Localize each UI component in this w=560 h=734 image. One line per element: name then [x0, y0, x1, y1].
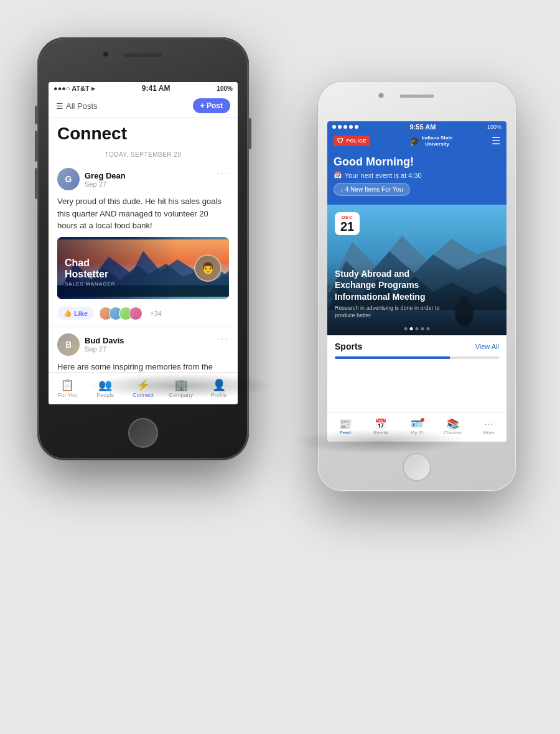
more-dots-bud[interactable]: ··· [217, 333, 229, 345]
sports-progress-bar [335, 356, 499, 359]
post-card-greg: G Greg Dean Sep 27 ··· Very proud of thi… [49, 162, 238, 327]
tab-more[interactable]: ··· More [470, 419, 506, 435]
police-label: POLICE [347, 138, 367, 144]
power-button-left[interactable] [249, 118, 251, 149]
post-author-greg: G Greg Dean Sep 27 [57, 168, 126, 190]
liker-avatar-4 [129, 307, 142, 320]
chad-card[interactable]: ChadHostetter SALES MANAGER 👨 [57, 237, 229, 299]
post-button[interactable]: + Post [193, 98, 230, 113]
new-items-button[interactable]: ↓ 4 New Items For You [334, 183, 410, 196]
isu-text-line2: University [422, 141, 453, 147]
event-day: 21 [335, 220, 360, 233]
police-badge: 🛡 POLICE [334, 136, 370, 146]
chad-background: ChadHostetter SALES MANAGER 👨 [57, 237, 229, 299]
author-date-greg: Sep 27 [85, 180, 126, 188]
camera-right [378, 93, 384, 98]
author-date-bud: Sep 27 [85, 345, 124, 353]
more-dots-greg[interactable]: ··· [217, 168, 229, 179]
next-event-text: 📅 Your next event is at 4:30 [334, 171, 500, 179]
carousel-dot-4 [421, 327, 424, 330]
mute-button-left[interactable] [35, 106, 37, 124]
like-bar: 👍 Like +34 [57, 304, 229, 320]
police-bar: 🛡 POLICE 🎓 Indiana State University ☰ [327, 132, 506, 151]
date-divider: TODAY, SEPTEMBER 28 [49, 147, 238, 162]
connect-title: Connect [49, 118, 238, 147]
dot3 [343, 125, 347, 129]
screen-right: 9:55 AM 100% 🛡 POLICE 🎓 Indiana State [327, 121, 506, 442]
event-date-badge: DEC 21 [335, 212, 360, 235]
chad-avatar: 👨 [194, 254, 222, 282]
classes-icon: 📚 [447, 419, 459, 429]
phone-left: ●●●○ AT&T ▸ 9:41 AM 100% ☰ All Posts + P… [37, 37, 249, 460]
sports-title: Sports [335, 341, 362, 351]
hero-content: Study Abroad and Exchange Programs Infor… [335, 268, 450, 319]
post-text-greg: Very proud of this dude. He hit his sale… [57, 195, 229, 232]
screen-left: ●●●○ AT&T ▸ 9:41 AM 100% ☰ All Posts + P… [49, 82, 238, 404]
dot1 [332, 125, 336, 129]
event-title: Study Abroad and Exchange Programs Infor… [335, 268, 450, 302]
chad-text: ChadHostetter SALES MANAGER [65, 258, 115, 286]
feed-icon: 📰 [339, 419, 352, 429]
vol-down-left[interactable] [35, 168, 37, 199]
carousel-dot-1 [404, 327, 408, 330]
filter-label: All Posts [66, 101, 98, 111]
dot2 [338, 125, 342, 129]
isu-text-line1: Indiana State [422, 135, 453, 141]
filter-icon: ☰ [56, 101, 63, 111]
sports-section: Sports View All [327, 335, 506, 363]
camera-left [103, 51, 109, 57]
signal-dots [332, 125, 358, 129]
home-button-right[interactable] [403, 453, 431, 481]
time-left: 9:41 AM [142, 84, 170, 93]
battery-pct-right: 100% [487, 124, 502, 130]
home-button-left[interactable] [128, 418, 158, 448]
isu-logo: 🎓 Indiana State University [409, 135, 453, 147]
speaker-right [400, 95, 434, 98]
time-right: 9:55 AM [410, 123, 436, 131]
carousel-dot-3 [416, 327, 419, 330]
carousel-dot-2 [410, 327, 413, 330]
section-header-sports: Sports View All [335, 341, 499, 351]
events-icon: 📅 [375, 419, 387, 429]
avatar-greg: G [57, 168, 80, 190]
more-label: More [483, 430, 494, 435]
vol-down-right[interactable] [315, 202, 317, 230]
like-button[interactable]: 👍 Like [57, 307, 94, 320]
chad-job-title: SALES MANAGER [65, 281, 115, 287]
hero-event-card[interactable]: DEC 21 Study Abroad and Exchange Program… [327, 205, 506, 335]
calendar-icon: 📅 [334, 171, 342, 179]
thumbs-up-icon: 👍 [63, 309, 72, 317]
for-you-label: For You [58, 392, 77, 398]
status-bar-left: ●●●○ AT&T ▸ 9:41 AM 100% [49, 82, 238, 95]
battery-left: 100% [217, 85, 233, 92]
view-all-link[interactable]: View All [475, 343, 499, 350]
carousel-dots [404, 327, 430, 330]
like-label: Like [74, 310, 88, 317]
avatar-bud: B [57, 333, 80, 356]
more-icon: ··· [485, 419, 493, 429]
vol-up-left[interactable] [35, 131, 37, 162]
mute-button-right[interactable] [315, 143, 317, 160]
carousel-dot-5 [427, 327, 430, 330]
menu-icon-right[interactable]: ☰ [492, 135, 500, 147]
for-you-icon: 📋 [60, 379, 74, 391]
greeting-text: Good Morning! [334, 156, 500, 169]
chad-name: ChadHostetter [65, 258, 115, 279]
speaker-left [124, 53, 162, 57]
shield-icon: 🛡 [337, 137, 344, 144]
myid-notification-dot [421, 418, 424, 422]
author-name-bud: Bud Davis [85, 336, 124, 345]
tab-for-you[interactable]: 📋 For You [49, 379, 86, 398]
next-event-label: Your next event is at 4:30 [345, 172, 422, 179]
avatar-stack [99, 307, 142, 320]
event-description: Research in advertising is done in order… [335, 305, 450, 319]
dot5 [355, 125, 358, 129]
more-likers-count: +34 [150, 310, 162, 317]
nav-bar-left: ☰ All Posts + Post [49, 95, 238, 118]
power-button-right[interactable] [516, 156, 518, 184]
filter-button[interactable]: ☰ All Posts [56, 101, 98, 111]
author-name-greg: Greg Dean [85, 171, 126, 180]
phone-right: 9:55 AM 100% 🛡 POLICE 🎓 Indiana State [317, 81, 516, 491]
vol-up-right[interactable] [315, 167, 317, 195]
battery-right: 100% [487, 124, 502, 130]
